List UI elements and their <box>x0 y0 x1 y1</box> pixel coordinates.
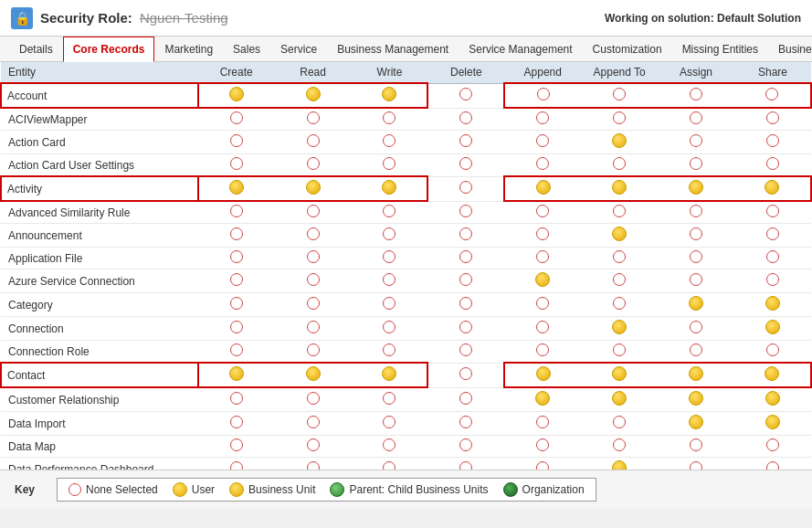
perm-cell-delete[interactable] <box>427 412 504 436</box>
perm-cell-share[interactable] <box>734 317 811 341</box>
perm-cell-create[interactable] <box>198 363 275 387</box>
perm-cell-create[interactable] <box>198 83 275 108</box>
perm-cell-delete[interactable] <box>427 248 504 269</box>
perm-cell-delete[interactable] <box>427 83 504 108</box>
tab-service[interactable]: Service <box>270 37 327 61</box>
perm-cell-read[interactable] <box>275 341 352 364</box>
perm-cell-delete[interactable] <box>427 108 504 131</box>
perm-cell-assign[interactable] <box>658 248 734 269</box>
perm-cell-append[interactable] <box>504 341 581 364</box>
perm-cell-append_to[interactable] <box>581 201 658 224</box>
perm-cell-delete[interactable] <box>427 269 504 293</box>
perm-cell-append[interactable] <box>504 248 581 269</box>
perm-cell-delete[interactable] <box>427 363 504 387</box>
perm-cell-append_to[interactable] <box>581 341 658 364</box>
perm-cell-append_to[interactable] <box>581 154 658 177</box>
perm-cell-read[interactable] <box>275 436 352 458</box>
perm-cell-append[interactable] <box>504 269 581 293</box>
perm-cell-share[interactable] <box>734 387 811 412</box>
perm-cell-delete[interactable] <box>427 341 504 364</box>
perm-cell-read[interactable] <box>275 387 352 412</box>
perm-cell-create[interactable] <box>198 317 275 341</box>
perm-cell-assign[interactable] <box>658 131 734 154</box>
perm-cell-delete[interactable] <box>427 154 504 177</box>
perm-cell-read[interactable] <box>275 131 352 154</box>
perm-cell-write[interactable] <box>352 176 428 201</box>
perm-cell-share[interactable] <box>734 458 811 470</box>
perm-cell-append[interactable] <box>504 458 581 470</box>
perm-cell-assign[interactable] <box>658 224 734 248</box>
perm-cell-append_to[interactable] <box>581 83 658 108</box>
perm-cell-append[interactable] <box>504 83 581 108</box>
perm-cell-append_to[interactable] <box>581 293 658 317</box>
perm-cell-append[interactable] <box>504 412 581 436</box>
perm-cell-create[interactable] <box>198 176 275 201</box>
perm-cell-append[interactable] <box>504 176 581 201</box>
perm-cell-append[interactable] <box>504 201 581 224</box>
perm-cell-assign[interactable] <box>658 269 734 293</box>
perm-cell-assign[interactable] <box>658 387 734 412</box>
perm-cell-write[interactable] <box>352 108 428 131</box>
perm-cell-delete[interactable] <box>427 131 504 154</box>
perm-cell-share[interactable] <box>734 201 811 224</box>
perm-cell-delete[interactable] <box>427 293 504 317</box>
perm-cell-append_to[interactable] <box>581 436 658 458</box>
perm-cell-write[interactable] <box>352 341 428 364</box>
perm-cell-assign[interactable] <box>658 458 734 470</box>
perm-cell-append_to[interactable] <box>581 108 658 131</box>
perm-cell-share[interactable] <box>734 83 811 108</box>
perm-cell-append_to[interactable] <box>581 248 658 269</box>
perm-cell-append[interactable] <box>504 387 581 412</box>
perm-cell-write[interactable] <box>352 248 428 269</box>
tab-missing-entities[interactable]: Missing Entities <box>672 37 768 61</box>
perm-cell-create[interactable] <box>198 458 275 470</box>
tab-business-management[interactable]: Business Management <box>327 37 459 61</box>
perm-cell-delete[interactable] <box>427 458 504 470</box>
perm-cell-read[interactable] <box>275 269 352 293</box>
perm-cell-create[interactable] <box>198 387 275 412</box>
perm-cell-assign[interactable] <box>658 293 734 317</box>
tab-sales[interactable]: Sales <box>223 37 270 61</box>
perm-cell-share[interactable] <box>734 412 811 436</box>
perm-cell-write[interactable] <box>352 293 428 317</box>
perm-cell-append_to[interactable] <box>581 363 658 387</box>
perm-cell-append_to[interactable] <box>581 317 658 341</box>
perm-cell-delete[interactable] <box>427 224 504 248</box>
perm-cell-create[interactable] <box>198 269 275 293</box>
perm-cell-create[interactable] <box>198 341 275 364</box>
perm-cell-create[interactable] <box>198 224 275 248</box>
perm-cell-write[interactable] <box>352 201 428 224</box>
perm-cell-assign[interactable] <box>658 154 734 177</box>
perm-cell-assign[interactable] <box>658 341 734 364</box>
perm-cell-share[interactable] <box>734 131 811 154</box>
perm-cell-share[interactable] <box>734 154 811 177</box>
perm-cell-assign[interactable] <box>658 176 734 201</box>
perm-cell-create[interactable] <box>198 201 275 224</box>
perm-cell-write[interactable] <box>352 83 428 108</box>
perm-cell-delete[interactable] <box>427 387 504 412</box>
perm-cell-write[interactable] <box>352 131 428 154</box>
tab-customization[interactable]: Customization <box>583 37 672 61</box>
perm-cell-share[interactable] <box>734 269 811 293</box>
perm-cell-share[interactable] <box>734 341 811 364</box>
perm-cell-read[interactable] <box>275 317 352 341</box>
perm-cell-write[interactable] <box>352 363 428 387</box>
perm-cell-append_to[interactable] <box>581 131 658 154</box>
perm-cell-read[interactable] <box>275 293 352 317</box>
perm-cell-read[interactable] <box>275 458 352 470</box>
perm-cell-assign[interactable] <box>658 108 734 131</box>
tab-core-records[interactable]: Core Records <box>63 37 155 62</box>
perm-cell-append[interactable] <box>504 131 581 154</box>
perm-cell-append[interactable] <box>504 224 581 248</box>
perm-cell-write[interactable] <box>352 436 428 458</box>
perm-cell-share[interactable] <box>734 248 811 269</box>
perm-cell-write[interactable] <box>352 154 428 177</box>
perm-cell-append[interactable] <box>504 317 581 341</box>
perm-cell-share[interactable] <box>734 176 811 201</box>
perm-cell-append[interactable] <box>504 293 581 317</box>
perm-cell-assign[interactable] <box>658 363 734 387</box>
perm-cell-share[interactable] <box>734 436 811 458</box>
perm-cell-delete[interactable] <box>427 436 504 458</box>
perm-cell-append[interactable] <box>504 363 581 387</box>
perm-cell-write[interactable] <box>352 387 428 412</box>
